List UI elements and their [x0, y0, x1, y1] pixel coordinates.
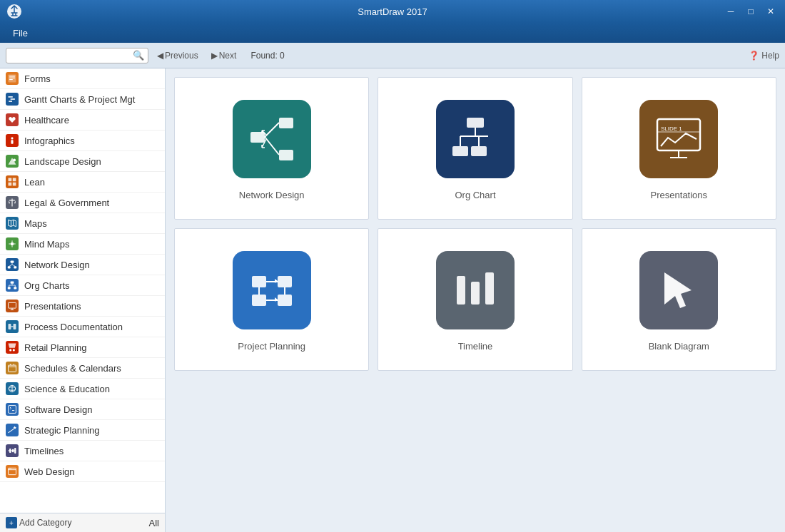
found-count: Found: 0 — [250, 51, 284, 61]
sidebar-item-label: Timelines — [24, 446, 64, 456]
grid-card-blank[interactable]: Blank Diagram — [582, 228, 776, 371]
svg-rect-70 — [467, 118, 484, 128]
sidebar-item-strategic[interactable]: Strategic Planning — [0, 420, 165, 441]
org-card-icon — [436, 100, 515, 178]
card-label: Blank Diagram — [649, 341, 709, 352]
search-input[interactable] — [6, 48, 148, 63]
sidebar-item-org[interactable]: Org Charts — [0, 275, 165, 296]
grid-card-org[interactable]: Org Chart — [378, 77, 572, 220]
svg-rect-94 — [471, 282, 480, 305]
minimize-button[interactable]: ─ — [722, 3, 739, 20]
svg-rect-33 — [8, 287, 11, 289]
gantt-icon — [6, 93, 19, 106]
maximize-button[interactable]: □ — [742, 3, 759, 20]
svg-rect-65 — [250, 132, 265, 143]
svg-marker-91 — [275, 279, 278, 283]
sidebar-item-web[interactable]: Web Design — [0, 461, 165, 482]
sidebar-item-health[interactable]: Healthcare — [0, 110, 165, 131]
sidebar-item-label: Web Design — [24, 466, 75, 477]
blank-card-icon — [639, 251, 718, 329]
grid-container: Network Design Org Chart SLIDE 1 Present… — [174, 77, 776, 371]
close-button[interactable]: ✕ — [762, 3, 779, 20]
svg-rect-7 — [9, 101, 12, 102]
sidebar-item-form[interactable]: Forms — [0, 68, 165, 89]
svg-marker-96 — [664, 272, 692, 308]
sidebar-item-gantt[interactable]: Gantt Charts & Project Mgt — [0, 89, 165, 110]
svg-point-64 — [10, 469, 11, 469]
web-icon — [6, 465, 19, 478]
landscape-icon — [6, 155, 19, 168]
svg-rect-1 — [9, 75, 16, 83]
sidebar-item-label: Process Documentation — [24, 322, 123, 332]
grid-card-timeline[interactable]: Timeline — [378, 228, 572, 371]
network-icon — [6, 258, 19, 271]
sidebar-item-label: Mind Maps — [24, 239, 70, 250]
sidebar-item-label: Legal & Government — [24, 198, 109, 208]
svg-rect-14 — [9, 183, 12, 186]
sidebar-item-label: Maps — [24, 218, 47, 229]
sidebar-item-label: Forms — [24, 73, 51, 84]
svg-rect-66 — [279, 118, 293, 128]
sidebar: FormsGantt Charts & Project MgtHealthcar… — [0, 68, 166, 532]
svg-rect-83 — [252, 276, 266, 287]
sidebar-item-legal[interactable]: Legal & Government — [0, 193, 165, 213]
card-label: Timeline — [458, 341, 493, 352]
sidebar-item-timelines[interactable]: Timelines — [0, 441, 165, 461]
previous-button[interactable]: ◀ Previous — [153, 48, 203, 63]
form-icon — [6, 72, 19, 85]
svg-rect-43 — [14, 324, 16, 329]
sidebar-item-network[interactable]: Network Design — [0, 255, 165, 275]
sidebar-item-sched[interactable]: Schedules & Calendars — [0, 358, 165, 379]
svg-rect-27 — [8, 266, 11, 268]
svg-point-44 — [9, 349, 11, 351]
sidebar-item-label: Landscape Design — [24, 156, 101, 167]
main-grid: Network Design Org Chart SLIDE 1 Present… — [166, 68, 785, 532]
svg-line-68 — [265, 123, 279, 137]
add-category-button[interactable]: + Add Category — [6, 517, 71, 528]
content-area: FormsGantt Charts & Project MgtHealthcar… — [0, 68, 785, 532]
svg-rect-39 — [9, 302, 16, 308]
sidebar-item-label: Infographics — [24, 135, 75, 146]
svg-marker-92 — [275, 297, 278, 302]
sidebar-item-map[interactable]: Maps — [0, 213, 165, 234]
next-arrow-icon: ▶ — [211, 51, 218, 61]
card-label: Network Design — [239, 190, 305, 200]
search-wrapper: 🔍 — [6, 48, 148, 63]
svg-rect-32 — [11, 282, 14, 284]
sidebar-item-info[interactable]: Infographics — [0, 131, 165, 151]
next-button[interactable]: ▶ Next — [207, 48, 241, 63]
svg-rect-13 — [13, 178, 16, 182]
sidebar-item-software[interactable]: Software Design — [0, 399, 165, 420]
timelines-icon — [6, 444, 19, 457]
help-button[interactable]: ❓ Help — [749, 51, 779, 61]
sidebar-item-label: Science & Education — [24, 384, 110, 394]
toolbar: 🔍 ◀ Previous ▶ Next Found: 0 ❓ Help — [0, 43, 785, 68]
grid-card-network[interactable]: Network Design — [174, 77, 369, 220]
sidebar-item-retail[interactable]: Retail Planning — [0, 337, 165, 358]
sidebar-item-label: Strategic Planning — [24, 425, 100, 436]
svg-rect-59 — [12, 449, 14, 453]
timeline-card-icon — [436, 251, 515, 329]
grid-card-pres[interactable]: SLIDE 1 Presentations — [582, 77, 776, 220]
svg-text:SLIDE 1: SLIDE 1 — [661, 126, 682, 132]
all-label: All — [149, 518, 159, 528]
health-icon — [6, 113, 19, 126]
sidebar-item-science[interactable]: Science & Education — [0, 379, 165, 399]
svg-rect-93 — [457, 276, 465, 305]
svg-rect-72 — [471, 146, 487, 156]
sidebar-item-process[interactable]: Process Documentation — [0, 317, 165, 337]
file-menu[interactable]: File — [6, 25, 35, 41]
svg-rect-71 — [452, 146, 468, 156]
sidebar-item-landscape[interactable]: Landscape Design — [0, 151, 165, 172]
prev-arrow-icon: ◀ — [157, 51, 163, 61]
sidebar-item-label: Gantt Charts & Project Mgt — [24, 94, 135, 105]
svg-line-31 — [12, 265, 15, 266]
grid-card-project[interactable]: Project Planning — [174, 228, 369, 371]
sidebar-item-mindmap[interactable]: Mind Maps — [0, 234, 165, 255]
sidebar-item-lean[interactable]: Lean — [0, 172, 165, 193]
sidebar-item-pres[interactable]: Presentations — [0, 296, 165, 317]
title-bar: SmartDraw 2017 ─ □ ✕ — [0, 0, 785, 23]
sched-icon — [6, 362, 19, 374]
svg-rect-60 — [14, 448, 16, 454]
lean-icon — [6, 175, 19, 188]
